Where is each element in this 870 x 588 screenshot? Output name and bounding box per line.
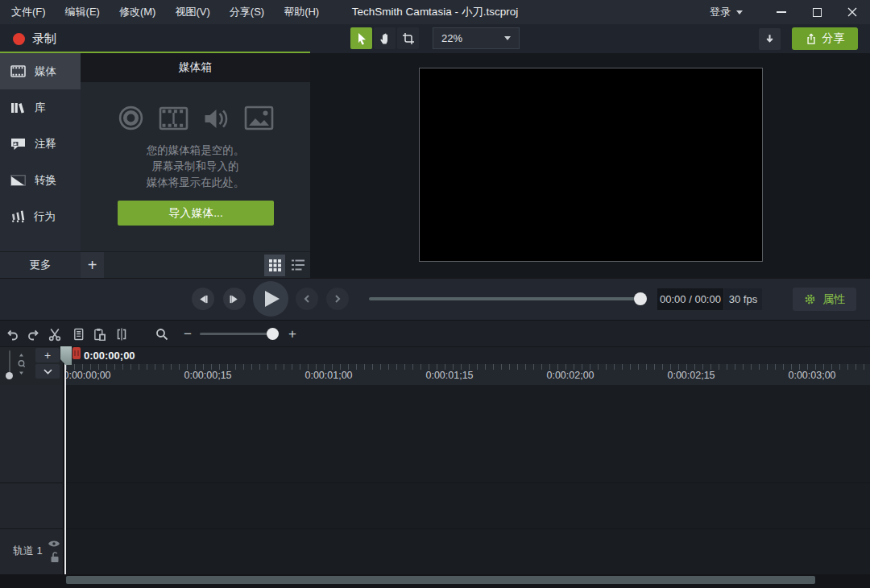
preview-canvas[interactable] (419, 68, 763, 262)
list-view-icon (292, 259, 304, 271)
previous-button[interactable] (296, 288, 318, 310)
panel-accent-line (0, 52, 310, 53)
sidebar-item-label: 转换 (35, 173, 56, 188)
split-button[interactable] (113, 325, 130, 343)
canvas-zoom-select[interactable]: 22% (433, 27, 520, 49)
minimize-button[interactable] (764, 0, 799, 24)
share-label: 分享 (822, 31, 845, 46)
track-height-handle[interactable] (6, 372, 13, 379)
ruler-label: 0:00:02;00 (542, 370, 599, 381)
paste-button[interactable] (90, 325, 108, 343)
eye-icon[interactable] (48, 540, 60, 548)
menu-share[interactable]: 分享(S) (230, 5, 264, 19)
horizontal-scrollbar[interactable] (66, 576, 815, 584)
track1-label: 轨道 1 (13, 544, 43, 558)
ruler-label: 0:00:01;00 (300, 370, 357, 381)
ruler-label: 0:00:02;15 (663, 370, 719, 381)
copy-button[interactable] (69, 325, 87, 343)
download-icon (764, 33, 776, 45)
record-circle-icon (117, 104, 145, 132)
split-icon (115, 328, 128, 341)
menu-view[interactable]: 视图(V) (175, 5, 209, 19)
login-button[interactable]: 登录 (710, 5, 743, 19)
sidebar-item-label: 库 (35, 101, 46, 115)
play-icon (264, 290, 280, 308)
sidebar: 媒体 库 注释 转换 行为 (0, 53, 81, 251)
media-bin-title: 媒体箱 (81, 53, 310, 82)
timeline-zoom-handle[interactable] (267, 328, 279, 340)
hand-icon (379, 32, 392, 45)
scrubber-handle[interactable] (634, 292, 647, 305)
cut-icon (48, 328, 62, 342)
timeline-ruler[interactable]: 0:00:00;00 0:00:00;15 0:00:01;00 0:00:01… (63, 364, 870, 385)
zoom-out-button[interactable]: − (179, 325, 197, 343)
undo-button[interactable] (3, 325, 21, 343)
media-bin-footer: + (81, 251, 310, 278)
timeline-zoom-button[interactable] (153, 325, 171, 343)
step-back-button[interactable] (192, 288, 214, 310)
maximize-icon (813, 8, 822, 17)
playhead-line (64, 347, 66, 574)
library-icon (10, 101, 26, 114)
caret-down-icon (736, 10, 743, 14)
playhead-out-marker[interactable] (72, 347, 81, 359)
grid-view-button[interactable] (264, 255, 285, 276)
pointer-tool-button[interactable] (350, 27, 372, 49)
scrubber-track[interactable] (369, 297, 643, 300)
import-media-button[interactable]: 导入媒体... (118, 201, 274, 226)
track-zoom-icon (17, 354, 26, 375)
ruler-label: 0:00:01;15 (421, 370, 478, 381)
timeline-footer (0, 574, 870, 588)
sidebar-item-behaviors[interactable]: 行为 (0, 198, 81, 234)
redo-button[interactable] (24, 325, 42, 343)
pan-tool-button[interactable] (374, 27, 396, 49)
crop-icon (402, 32, 415, 45)
gear-icon (804, 293, 816, 305)
record-button[interactable]: 录制 (8, 24, 61, 53)
step-forward-icon (229, 294, 240, 304)
camtasia-window: 文件(F) 编辑(E) 修改(M) 视图(V) 分享(S) 帮助(H) Tech… (0, 0, 870, 588)
step-forward-button[interactable] (223, 288, 246, 310)
sidebar-item-library[interactable]: 库 (0, 89, 81, 126)
timeline-toolbar: − + (0, 320, 870, 346)
close-button[interactable] (835, 0, 870, 24)
menu-modify[interactable]: 修改(M) (119, 5, 156, 19)
collapse-tracks-button[interactable] (35, 364, 60, 379)
share-button[interactable]: 分享 (792, 27, 858, 50)
canvas-zoom-value: 22% (441, 32, 462, 44)
sidebar-item-transitions[interactable]: 转换 (0, 162, 81, 198)
sidebar-more-button[interactable]: 更多 (0, 251, 81, 278)
chevron-right-icon (333, 294, 342, 304)
next-button[interactable] (326, 288, 349, 310)
filmstrip-icon (159, 106, 188, 130)
menu-file[interactable]: 文件(F) (11, 5, 46, 19)
menu-edit[interactable]: 编辑(E) (65, 5, 100, 19)
more-label: 更多 (30, 258, 52, 272)
sidebar-item-annotations[interactable]: 注释 (0, 126, 81, 162)
audio-icon (202, 106, 230, 131)
zoom-in-button[interactable]: + (284, 325, 301, 343)
menu-help[interactable]: 帮助(H) (284, 5, 319, 19)
minimize-icon (777, 11, 786, 13)
menu-list: 文件(F) 编辑(E) 修改(M) 视图(V) 分享(S) 帮助(H) (11, 0, 319, 24)
lock-open-icon[interactable] (50, 552, 60, 563)
cut-button[interactable] (46, 325, 64, 343)
list-view-button[interactable] (288, 255, 309, 276)
login-label: 登录 (710, 5, 731, 19)
image-icon (244, 106, 274, 130)
media-filmstrip-icon (10, 65, 26, 77)
undo-icon (6, 328, 19, 341)
timeline-gutter: + (0, 347, 63, 385)
sidebar-item-media[interactable]: 媒体 (0, 53, 81, 89)
properties-button[interactable]: 属性 (793, 288, 856, 311)
maximize-button[interactable] (799, 0, 835, 24)
track-content-area[interactable] (66, 385, 870, 574)
playhead-strip[interactable] (63, 347, 870, 364)
track-row-divider (0, 528, 870, 529)
ruler-label: 0:00:00;15 (180, 370, 236, 381)
add-media-button[interactable]: + (81, 252, 104, 278)
crop-tool-button[interactable] (397, 27, 419, 49)
play-button[interactable] (253, 281, 288, 317)
download-button[interactable] (759, 28, 781, 50)
add-track-button[interactable]: + (35, 348, 60, 362)
